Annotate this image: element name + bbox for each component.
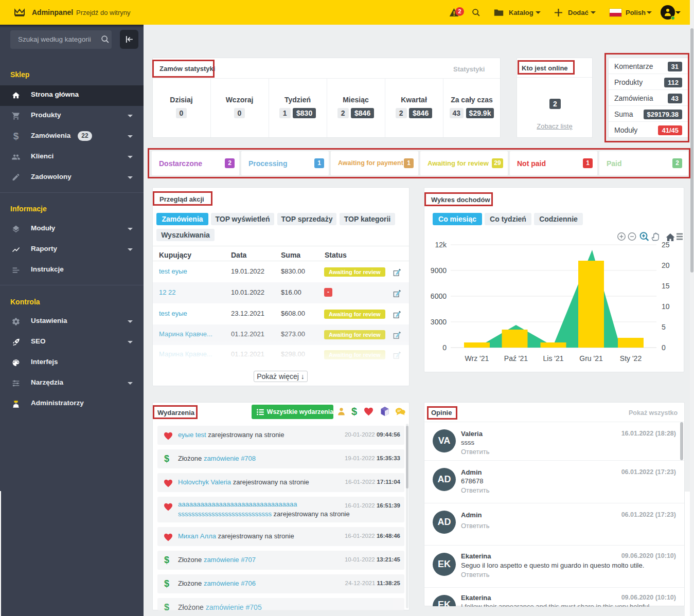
svg-text:25: 25 <box>662 241 670 249</box>
svg-text:10: 10 <box>662 302 670 311</box>
svg-text:Lis '21: Lis '21 <box>543 354 563 363</box>
svg-text:Sty '22: Sty '22 <box>620 354 642 363</box>
svg-text:9000: 9000 <box>431 266 447 275</box>
svg-text:6000: 6000 <box>431 292 447 300</box>
svg-text:0: 0 <box>442 343 447 352</box>
svg-text:Gru '21: Gru '21 <box>579 354 603 363</box>
svg-text:12k: 12k <box>435 241 447 249</box>
svg-text:Paź '21: Paź '21 <box>504 354 528 363</box>
svg-text:15: 15 <box>662 282 670 290</box>
svg-text:Wrz '21: Wrz '21 <box>465 354 489 363</box>
svg-text:5: 5 <box>662 323 666 331</box>
svg-text:3000: 3000 <box>431 318 447 326</box>
svg-text:0: 0 <box>662 343 666 352</box>
svg-text:20: 20 <box>662 261 670 269</box>
